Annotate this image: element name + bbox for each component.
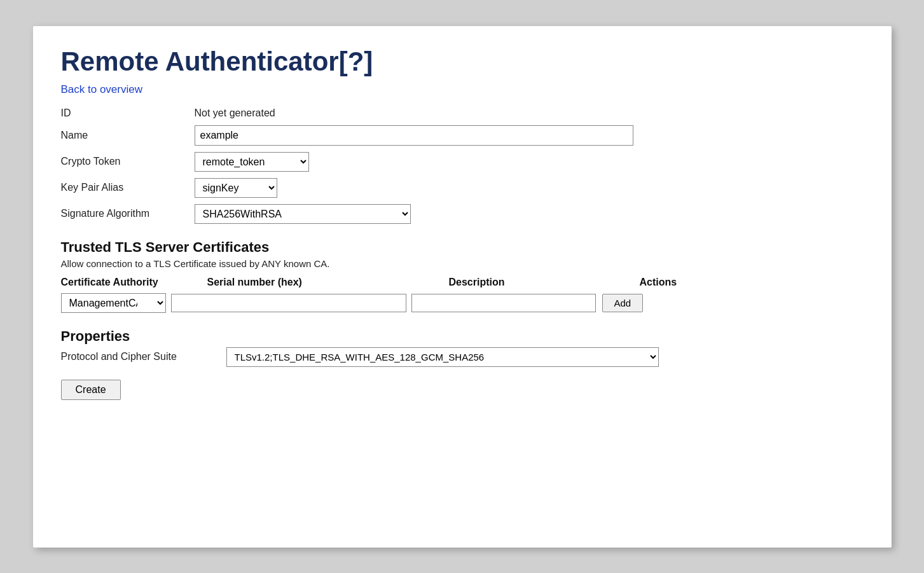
col-desc-header: Description: [443, 277, 633, 288]
col-serial-header: Serial number (hex): [201, 277, 443, 288]
crypto-token-select[interactable]: remote_token: [195, 152, 309, 172]
id-label: ID: [61, 107, 195, 119]
page-title: Remote Authenticator[?]: [61, 46, 864, 77]
add-button[interactable]: Add: [602, 294, 644, 312]
crypto-token-row: Crypto Token remote_token: [61, 152, 864, 172]
sig-algo-label: Signature Algorithm: [61, 208, 195, 219]
keypair-row: Key Pair Alias signKey: [61, 178, 864, 198]
name-label: Name: [61, 130, 195, 141]
ca-select[interactable]: ManagementCA: [61, 293, 166, 313]
back-to-overview-link[interactable]: Back to overview: [61, 83, 143, 96]
crypto-token-label: Crypto Token: [61, 156, 195, 167]
name-input[interactable]: [195, 125, 633, 146]
trusted-tls-section: Trusted TLS Server Certificates Allow co…: [61, 239, 864, 313]
col-ca-header: Certificate Authority: [61, 277, 201, 288]
trusted-tls-heading: Trusted TLS Server Certificates: [61, 239, 864, 256]
id-row: ID Not yet generated: [61, 107, 864, 119]
sig-algo-row: Signature Algorithm SHA256WithRSA: [61, 204, 864, 224]
protocol-label: Protocol and Cipher Suite: [61, 351, 226, 362]
properties-section: Properties Protocol and Cipher Suite TLS…: [61, 328, 864, 400]
id-value: Not yet generated: [195, 107, 275, 119]
page-container: Remote Authenticator[?] Back to overview…: [33, 26, 892, 548]
name-row: Name: [61, 125, 864, 146]
serial-input[interactable]: [171, 294, 406, 312]
keypair-label: Key Pair Alias: [61, 182, 195, 193]
table-header: Certificate Authority Serial number (hex…: [61, 277, 864, 288]
properties-heading: Properties: [61, 328, 864, 345]
protocol-row: Protocol and Cipher Suite TLSv1.2;TLS_DH…: [61, 347, 864, 367]
main-form: ID Not yet generated Name Crypto Token r…: [61, 107, 864, 224]
trusted-tls-desc: Allow connection to a TLS Certificate is…: [61, 258, 864, 269]
sig-algo-select[interactable]: SHA256WithRSA: [195, 204, 411, 224]
keypair-select[interactable]: signKey: [195, 178, 277, 198]
protocol-select[interactable]: TLSv1.2;TLS_DHE_RSA_WITH_AES_128_GCM_SHA…: [226, 347, 659, 367]
create-button[interactable]: Create: [61, 380, 121, 400]
col-actions-header: Actions: [633, 277, 697, 288]
table-input-row: ManagementCA Add: [61, 293, 864, 313]
description-input[interactable]: [411, 294, 596, 312]
